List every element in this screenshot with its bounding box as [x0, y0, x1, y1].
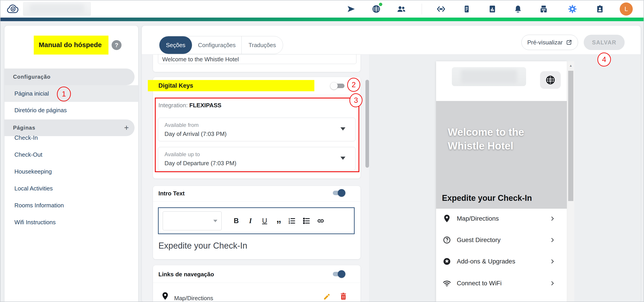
- intro-text-card: Intro Text B I U ” 1 2 3: [153, 186, 360, 259]
- preview-hero-image: Welcome to the Whistle Hotel: [436, 101, 567, 209]
- preview-globe-icon: [545, 75, 556, 85]
- bullet-list-icon[interactable]: [300, 208, 312, 233]
- sidebar-item-check-in[interactable]: Check-In: [4, 129, 138, 146]
- preview-button[interactable]: Pré-visualizar: [521, 35, 578, 50]
- dropdown-caret-icon: [340, 127, 346, 130]
- top-bar: W: [0, 1, 644, 18]
- chevron-right-icon: [550, 280, 555, 286]
- topbar-divider: [422, 4, 422, 15]
- svg-text:3: 3: [289, 222, 290, 224]
- code-icon[interactable]: [436, 4, 446, 14]
- divider: [153, 283, 360, 283]
- underline-icon[interactable]: U: [258, 208, 271, 233]
- bell-icon[interactable]: [513, 4, 523, 14]
- page-title-input[interactable]: [158, 55, 356, 64]
- available-up-to-label: Available up to: [164, 151, 200, 158]
- available-from-select[interactable]: Available from Day of Arrival (7:03 PM): [158, 118, 356, 141]
- map-pin-icon: [162, 292, 169, 300]
- integration-text: Integration: FLEXIPASS: [158, 102, 222, 109]
- nav-link-label: Map/Directions: [174, 295, 213, 302]
- content-scrollbar[interactable]: [366, 80, 369, 168]
- title-section-card: [153, 55, 360, 72]
- sidebar-item-housekeeping[interactable]: Housekeeping: [4, 163, 138, 180]
- preview-item-addons-upgrades[interactable]: Add-ons & Upgrades: [436, 254, 562, 269]
- dropdown-caret-icon: [213, 220, 217, 222]
- scroll-up-arrow-icon[interactable]: ▲: [567, 64, 574, 67]
- blockquote-icon[interactable]: ”: [273, 208, 285, 237]
- annotation-circle-2: 2: [347, 78, 360, 92]
- sidebar-item-check-out[interactable]: Check-Out: [4, 146, 138, 163]
- intro-text-toggle[interactable]: [332, 189, 347, 197]
- star-circle-icon: [442, 257, 452, 266]
- chevron-right-icon: [550, 237, 555, 243]
- help-circle-icon: [442, 235, 452, 244]
- sidebar-item-diretorio-de-paginas[interactable]: Diretório de páginas: [4, 102, 138, 118]
- external-link-icon: [566, 39, 572, 46]
- device-icon[interactable]: [462, 4, 472, 14]
- divider: [153, 95, 360, 95]
- font-style-select[interactable]: [163, 211, 222, 230]
- preview-item-connect-wifi[interactable]: Connect to WiFi: [436, 276, 562, 290]
- avatar-initial: L: [624, 6, 628, 13]
- chevron-right-icon: [550, 216, 555, 222]
- preview-language-button[interactable]: [540, 71, 561, 89]
- bold-icon[interactable]: B: [230, 208, 242, 233]
- intro-text-label: Intro Text: [158, 190, 185, 197]
- guest-app-preview: Welcome to the Whistle Hotel Expedite yo…: [436, 61, 567, 302]
- available-from-value: Day of Arrival (7:03 PM): [164, 130, 226, 137]
- integration-value: FLEXIPASS: [189, 102, 222, 109]
- people-icon[interactable]: [396, 4, 406, 14]
- digital-keys-toggle[interactable]: [330, 82, 345, 90]
- sidebar-item-pagina-inicial[interactable]: Página inicial: [4, 85, 138, 102]
- sidebar: ← Manual do hóspede ? Configuração Págin…: [4, 26, 138, 302]
- rich-text-editor[interactable]: B I U ” 1 2 3: [158, 207, 355, 234]
- available-from-label: Available from: [164, 122, 199, 128]
- sidebar-item-wifi-instructions[interactable]: Wifi Instructions: [4, 214, 138, 231]
- digital-keys-label: Digital Keys: [158, 82, 193, 89]
- dropdown-caret-icon: [340, 157, 346, 160]
- user-avatar[interactable]: L: [620, 3, 633, 16]
- sidebar-item-local-activities[interactable]: Local Activities: [4, 180, 138, 197]
- nav-links-label: Links de navegação: [158, 271, 214, 278]
- preview-scrollbar[interactable]: ▲: [567, 61, 574, 302]
- chevron-right-icon: [550, 258, 555, 264]
- chart-icon[interactable]: [488, 4, 497, 14]
- available-up-to-value: Day of Departure (7:03 PM): [164, 160, 236, 167]
- available-up-to-select[interactable]: Available up to Day of Departure (7:03 P…: [158, 147, 356, 171]
- preview-item-map-directions[interactable]: Map/Directions: [436, 211, 562, 226]
- nav-links-toggle[interactable]: [332, 270, 347, 278]
- preview-item-guest-directory[interactable]: Guest Directory: [436, 233, 562, 247]
- globe-notification-dot: [379, 3, 382, 6]
- page-title: Manual do hóspede: [39, 41, 102, 49]
- svg-text:W: W: [12, 8, 15, 11]
- italic-icon[interactable]: I: [244, 208, 256, 233]
- edit-pencil-icon[interactable]: [323, 293, 330, 300]
- contact-badge-icon[interactable]: [595, 4, 605, 14]
- map-pin-icon: [442, 214, 452, 223]
- divider: [153, 202, 360, 202]
- link-icon[interactable]: [314, 208, 327, 233]
- intro-content-text: Expedite your Check-In: [158, 241, 247, 251]
- app-window: W: [0, 0, 644, 302]
- ordered-list-icon[interactable]: 1 2 3: [286, 208, 298, 233]
- tab-group: Seções Configurações Traduções: [159, 36, 283, 54]
- delete-trash-icon[interactable]: [340, 292, 347, 300]
- preview-scrollbar-thumb[interactable]: [568, 71, 573, 201]
- redacted-property-name: [23, 2, 91, 16]
- terminal-icon[interactable]: [539, 4, 548, 14]
- annotation-circle-4: 4: [598, 53, 611, 67]
- whistle-logo-icon: W: [6, 3, 19, 15]
- tab-traducoes[interactable]: Traduções: [242, 36, 283, 54]
- help-icon[interactable]: ?: [112, 40, 122, 50]
- preview-heading: Expedite your Check-In: [442, 193, 532, 203]
- save-button[interactable]: SALVAR: [584, 35, 625, 50]
- annotation-circle-3: 3: [350, 93, 362, 107]
- sidebar-item-rooms-information[interactable]: Rooms Information: [4, 197, 138, 214]
- send-icon[interactable]: [346, 4, 356, 14]
- preview-button-label: Pré-visualizar: [527, 39, 563, 46]
- tab-configuracoes[interactable]: Configurações: [192, 36, 242, 54]
- digital-keys-card: Digital Keys Integration: FLEXIPASS Avai…: [153, 77, 360, 179]
- settings-gear-icon[interactable]: [568, 4, 578, 14]
- tab-secoes[interactable]: Seções: [159, 36, 192, 54]
- brand-gradient-bar: [0, 18, 644, 21]
